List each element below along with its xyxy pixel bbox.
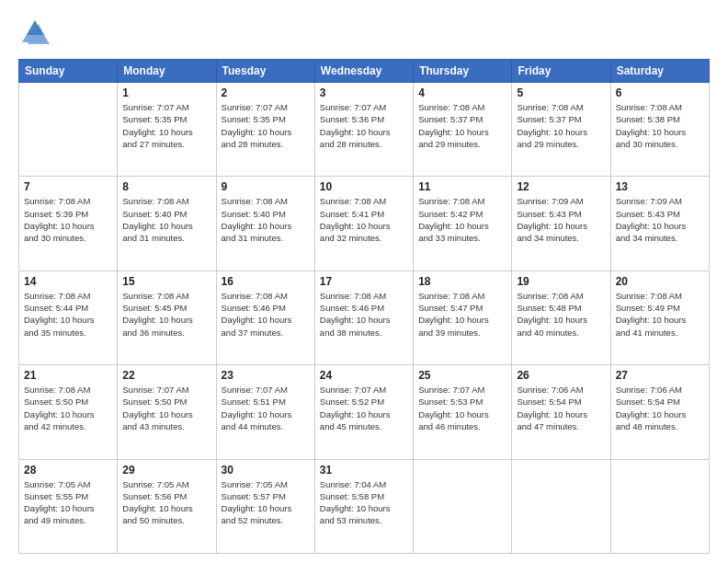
calendar-cell: 17Sunrise: 7:08 AM Sunset: 5:46 PM Dayli… xyxy=(314,270,413,364)
calendar-cell: 27Sunrise: 7:06 AM Sunset: 5:54 PM Dayli… xyxy=(610,365,709,459)
calendar-cell xyxy=(610,459,709,553)
col-header-friday: Friday xyxy=(512,60,610,83)
calendar-cell: 8Sunrise: 7:08 AM Sunset: 5:40 PM Daylig… xyxy=(118,177,216,270)
week-row-5: 28Sunrise: 7:05 AM Sunset: 5:55 PM Dayli… xyxy=(19,459,710,553)
calendar-cell: 9Sunrise: 7:08 AM Sunset: 5:40 PM Daylig… xyxy=(216,177,314,270)
svg-rect-3 xyxy=(20,35,50,42)
calendar-cell: 5Sunrise: 7:08 AM Sunset: 5:37 PM Daylig… xyxy=(512,83,610,177)
calendar-cell: 23Sunrise: 7:07 AM Sunset: 5:51 PM Dayli… xyxy=(216,365,314,459)
day-info: Sunrise: 7:08 AM Sunset: 5:46 PM Dayligh… xyxy=(320,290,408,339)
calendar-cell: 13Sunrise: 7:09 AM Sunset: 5:43 PM Dayli… xyxy=(610,177,709,270)
day-number: 6 xyxy=(616,86,704,99)
calendar-table: SundayMondayTuesdayWednesdayThursdayFrid… xyxy=(18,59,710,554)
col-header-thursday: Thursday xyxy=(414,60,512,83)
logo xyxy=(18,17,53,50)
day-info: Sunrise: 7:08 AM Sunset: 5:37 PM Dayligh… xyxy=(418,101,506,150)
page: SundayMondayTuesdayWednesdayThursdayFrid… xyxy=(0,0,728,563)
day-number: 15 xyxy=(122,275,210,288)
day-number: 13 xyxy=(616,180,704,193)
day-number: 2 xyxy=(222,86,310,99)
col-header-sunday: Sunday xyxy=(19,60,118,83)
day-info: Sunrise: 7:08 AM Sunset: 5:38 PM Dayligh… xyxy=(616,101,704,150)
day-number: 18 xyxy=(418,275,506,288)
day-info: Sunrise: 7:06 AM Sunset: 5:54 PM Dayligh… xyxy=(517,384,605,432)
calendar-cell: 10Sunrise: 7:08 AM Sunset: 5:41 PM Dayli… xyxy=(314,177,413,270)
calendar-cell: 20Sunrise: 7:08 AM Sunset: 5:49 PM Dayli… xyxy=(610,270,709,364)
day-number: 11 xyxy=(418,180,506,193)
calendar-cell: 26Sunrise: 7:06 AM Sunset: 5:54 PM Dayli… xyxy=(512,365,610,459)
day-info: Sunrise: 7:05 AM Sunset: 5:55 PM Dayligh… xyxy=(24,478,112,527)
calendar-cell xyxy=(512,459,610,553)
day-info: Sunrise: 7:08 AM Sunset: 5:40 PM Dayligh… xyxy=(122,195,210,244)
calendar-cell: 14Sunrise: 7:08 AM Sunset: 5:44 PM Dayli… xyxy=(19,270,118,364)
day-info: Sunrise: 7:05 AM Sunset: 5:56 PM Dayligh… xyxy=(122,478,210,527)
day-info: Sunrise: 7:08 AM Sunset: 5:40 PM Dayligh… xyxy=(222,195,310,244)
calendar-cell: 11Sunrise: 7:08 AM Sunset: 5:42 PM Dayli… xyxy=(414,177,512,270)
day-number: 28 xyxy=(24,464,112,477)
day-number: 7 xyxy=(24,180,112,193)
day-info: Sunrise: 7:08 AM Sunset: 5:48 PM Dayligh… xyxy=(517,290,605,339)
day-number: 20 xyxy=(616,275,704,288)
day-info: Sunrise: 7:08 AM Sunset: 5:37 PM Dayligh… xyxy=(517,101,605,150)
day-number: 24 xyxy=(320,369,408,382)
calendar-cell: 3Sunrise: 7:07 AM Sunset: 5:36 PM Daylig… xyxy=(314,83,413,177)
day-info: Sunrise: 7:07 AM Sunset: 5:53 PM Dayligh… xyxy=(418,384,506,432)
calendar-cell: 29Sunrise: 7:05 AM Sunset: 5:56 PM Dayli… xyxy=(118,459,216,553)
calendar-cell: 2Sunrise: 7:07 AM Sunset: 5:35 PM Daylig… xyxy=(216,83,314,177)
day-number: 29 xyxy=(122,464,210,477)
calendar-cell: 21Sunrise: 7:08 AM Sunset: 5:50 PM Dayli… xyxy=(19,365,118,459)
day-number: 12 xyxy=(517,180,605,193)
day-info: Sunrise: 7:08 AM Sunset: 5:42 PM Dayligh… xyxy=(418,195,506,244)
calendar-header-row: SundayMondayTuesdayWednesdayThursdayFrid… xyxy=(19,60,710,83)
day-info: Sunrise: 7:07 AM Sunset: 5:50 PM Dayligh… xyxy=(122,384,210,432)
calendar-cell xyxy=(414,459,512,553)
col-header-monday: Monday xyxy=(118,60,216,83)
day-number: 25 xyxy=(418,369,506,382)
day-number: 17 xyxy=(320,275,408,288)
day-info: Sunrise: 7:06 AM Sunset: 5:54 PM Dayligh… xyxy=(616,384,704,432)
calendar-cell: 7Sunrise: 7:08 AM Sunset: 5:39 PM Daylig… xyxy=(19,177,118,270)
calendar-cell: 15Sunrise: 7:08 AM Sunset: 5:45 PM Dayli… xyxy=(118,270,216,364)
day-number: 8 xyxy=(122,180,210,193)
day-number: 27 xyxy=(616,369,704,382)
day-info: Sunrise: 7:07 AM Sunset: 5:35 PM Dayligh… xyxy=(122,101,210,150)
calendar-cell: 28Sunrise: 7:05 AM Sunset: 5:55 PM Dayli… xyxy=(19,459,118,553)
day-number: 10 xyxy=(320,180,408,193)
day-info: Sunrise: 7:04 AM Sunset: 5:58 PM Dayligh… xyxy=(320,478,408,527)
calendar-cell: 19Sunrise: 7:08 AM Sunset: 5:48 PM Dayli… xyxy=(512,270,610,364)
day-info: Sunrise: 7:08 AM Sunset: 5:45 PM Dayligh… xyxy=(122,290,210,339)
calendar-cell: 16Sunrise: 7:08 AM Sunset: 5:46 PM Dayli… xyxy=(216,270,314,364)
day-number: 22 xyxy=(122,369,210,382)
day-info: Sunrise: 7:07 AM Sunset: 5:35 PM Dayligh… xyxy=(222,101,310,150)
day-number: 4 xyxy=(418,86,506,99)
calendar-cell: 24Sunrise: 7:07 AM Sunset: 5:52 PM Dayli… xyxy=(314,365,413,459)
col-header-tuesday: Tuesday xyxy=(216,60,314,83)
day-number: 1 xyxy=(122,86,210,99)
week-row-2: 7Sunrise: 7:08 AM Sunset: 5:39 PM Daylig… xyxy=(19,177,710,270)
day-number: 26 xyxy=(517,369,605,382)
day-info: Sunrise: 7:08 AM Sunset: 5:47 PM Dayligh… xyxy=(418,290,506,339)
calendar-cell: 1Sunrise: 7:07 AM Sunset: 5:35 PM Daylig… xyxy=(118,83,216,177)
calendar-cell xyxy=(19,83,118,177)
day-info: Sunrise: 7:08 AM Sunset: 5:46 PM Dayligh… xyxy=(222,290,310,339)
day-info: Sunrise: 7:08 AM Sunset: 5:50 PM Dayligh… xyxy=(24,384,112,432)
day-info: Sunrise: 7:08 AM Sunset: 5:44 PM Dayligh… xyxy=(24,290,112,339)
day-info: Sunrise: 7:08 AM Sunset: 5:41 PM Dayligh… xyxy=(320,195,408,244)
day-number: 14 xyxy=(24,275,112,288)
day-info: Sunrise: 7:05 AM Sunset: 5:57 PM Dayligh… xyxy=(222,478,310,527)
day-number: 5 xyxy=(517,86,605,99)
calendar-cell: 4Sunrise: 7:08 AM Sunset: 5:37 PM Daylig… xyxy=(414,83,512,177)
col-header-wednesday: Wednesday xyxy=(314,60,413,83)
header xyxy=(18,17,710,50)
day-info: Sunrise: 7:07 AM Sunset: 5:36 PM Dayligh… xyxy=(320,101,408,150)
day-number: 21 xyxy=(24,369,112,382)
calendar-cell: 25Sunrise: 7:07 AM Sunset: 5:53 PM Dayli… xyxy=(414,365,512,459)
day-number: 31 xyxy=(320,464,408,477)
day-info: Sunrise: 7:07 AM Sunset: 5:51 PM Dayligh… xyxy=(222,384,310,432)
week-row-4: 21Sunrise: 7:08 AM Sunset: 5:50 PM Dayli… xyxy=(19,365,710,459)
week-row-1: 1Sunrise: 7:07 AM Sunset: 5:35 PM Daylig… xyxy=(19,83,710,177)
day-number: 23 xyxy=(222,369,310,382)
day-info: Sunrise: 7:07 AM Sunset: 5:52 PM Dayligh… xyxy=(320,384,408,432)
week-row-3: 14Sunrise: 7:08 AM Sunset: 5:44 PM Dayli… xyxy=(19,270,710,364)
day-number: 30 xyxy=(222,464,310,477)
